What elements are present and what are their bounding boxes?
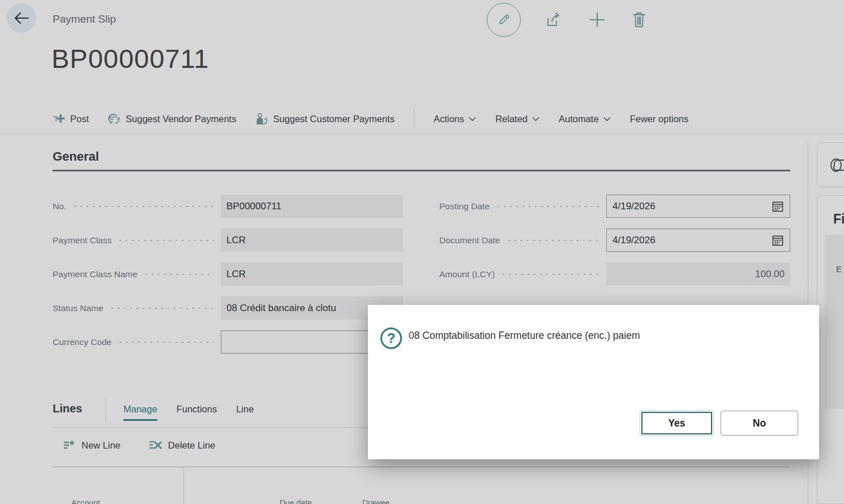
new-record-button[interactable] (588, 10, 607, 29)
dialog-message: 08 Comptabilisation Fermeture créance (e… (409, 330, 640, 342)
delete-record-button[interactable] (631, 11, 648, 29)
payment-class-name-field: LCR (221, 262, 403, 286)
chevron-down-icon (532, 117, 539, 122)
plus-icon (588, 10, 607, 29)
action-bar: Post Suggest Vendor Payments Suggest Cus… (53, 105, 844, 132)
amount-lcy-field: 100.00 (606, 262, 790, 286)
general-left-column: No. BP00000711 Payment Class LCR Payment… (53, 195, 403, 364)
factbox-field-label: E (836, 264, 842, 274)
table-header-account: Account (71, 498, 100, 504)
factbox-field: E (825, 235, 844, 408)
currency-code-label: Currency Code (53, 337, 112, 347)
automate-menu[interactable]: Automate (559, 114, 611, 124)
payment-class-name-label: Payment Class Name (53, 269, 138, 279)
field-posting-date: Posting Date 4/19/2026 (439, 195, 790, 218)
amount-lcy-label: Amount (LCY) (439, 269, 495, 279)
pencil-icon (496, 12, 511, 27)
chevron-down-icon (603, 117, 611, 122)
field-document-date: Document Date 4/19/2026 (439, 229, 790, 252)
new-line-icon (62, 439, 76, 451)
factbox-title: Fi (833, 212, 844, 227)
lines-action-row: New Line Delete Line (62, 439, 215, 451)
table-header-drawee: Drawee (362, 498, 389, 504)
post-icon (53, 113, 65, 124)
field-status-name: Status Name 08 Crédit bancaire à clotu (53, 296, 403, 320)
back-arrow-icon (13, 11, 30, 25)
confirmation-dialog: ? 08 Comptabilisation Fermeture créance … (368, 305, 819, 459)
copilot-card[interactable] (817, 143, 844, 187)
dotted-leader (117, 229, 214, 252)
field-payment-class-name: Payment Class Name LCR (53, 262, 403, 286)
dotted-leader (506, 229, 599, 252)
field-amount-lcy: Amount (LCY) 100.00 (439, 262, 790, 286)
dotted-leader (72, 195, 214, 218)
document-date-label: Document Date (439, 235, 500, 245)
posting-date-label: Posting Date (439, 201, 490, 212)
general-section-rule (53, 170, 790, 171)
chevron-down-icon (469, 117, 476, 122)
lines-table-column-divider (183, 467, 184, 504)
field-no: No. BP00000711 (53, 195, 403, 218)
dotted-leader (495, 195, 599, 218)
lines-divider (105, 399, 106, 423)
suggest-vendor-icon (108, 113, 121, 125)
table-header-due-date: Due date (280, 498, 312, 504)
payment-class-label: Payment Class (53, 235, 112, 245)
general-right-column: Posting Date 4/19/2026 Document Date 4/1… (439, 195, 790, 296)
yes-button[interactable]: Yes (640, 410, 714, 436)
no-label: No. (53, 201, 66, 212)
suggest-vendor-payments-button[interactable]: Suggest Vendor Payments (108, 113, 236, 125)
suggest-customer-icon (255, 113, 268, 125)
field-currency-code: Currency Code (53, 330, 403, 354)
tab-functions[interactable]: Functions (177, 404, 217, 421)
suggest-customer-payments-button[interactable]: Suggest Customer Payments (255, 113, 395, 125)
document-date-field[interactable]: 4/19/2026 (606, 229, 790, 252)
share-button[interactable] (545, 10, 564, 29)
no-button[interactable]: No (721, 411, 798, 436)
action-bar-divider (414, 109, 414, 128)
calendar-icon[interactable] (772, 200, 784, 213)
actions-menu[interactable]: Actions (434, 114, 476, 124)
no-field: BP00000711 (221, 195, 403, 218)
page-caption: Payment Slip (53, 13, 116, 25)
lines-section-title: Lines (53, 402, 82, 415)
fewer-options-button[interactable]: Fewer options (630, 114, 689, 124)
share-icon (545, 10, 564, 29)
delete-line-button[interactable]: Delete Line (148, 439, 215, 451)
field-payment-class: Payment Class LCR (53, 229, 403, 252)
posting-date-field[interactable]: 4/19/2026 (606, 195, 790, 218)
tab-manage[interactable]: Manage (123, 404, 157, 421)
question-icon: ? (380, 328, 402, 349)
back-button[interactable] (7, 3, 36, 33)
record-toolbar (487, 0, 648, 40)
dotted-leader (109, 296, 214, 320)
delete-line-icon (148, 439, 162, 451)
lines-tabs: Manage Functions Line (123, 404, 254, 421)
calendar-icon[interactable] (772, 234, 784, 247)
dotted-leader (143, 262, 214, 286)
related-menu[interactable]: Related (495, 114, 539, 124)
lines-table-top-border (53, 467, 790, 467)
dotted-leader (500, 262, 599, 286)
general-section-title: General (53, 149, 99, 164)
post-button[interactable]: Post (53, 113, 89, 124)
page-title: BP00000711 (52, 43, 209, 74)
status-name-label: Status Name (53, 303, 104, 313)
copilot-icon (829, 156, 844, 175)
action-bar-border (0, 133, 844, 134)
dotted-leader (117, 330, 214, 354)
payment-class-field: LCR (221, 229, 403, 252)
edit-button[interactable] (487, 3, 521, 37)
trash-icon (631, 11, 648, 29)
tab-line[interactable]: Line (236, 404, 254, 421)
new-line-button[interactable]: New Line (62, 439, 121, 451)
